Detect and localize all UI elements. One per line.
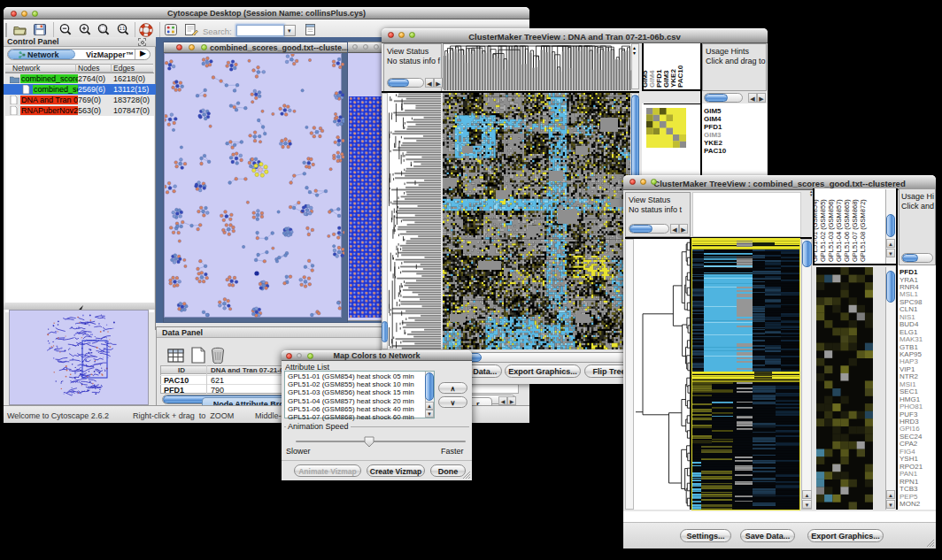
- svg-text:1:1: 1:1: [120, 27, 126, 31]
